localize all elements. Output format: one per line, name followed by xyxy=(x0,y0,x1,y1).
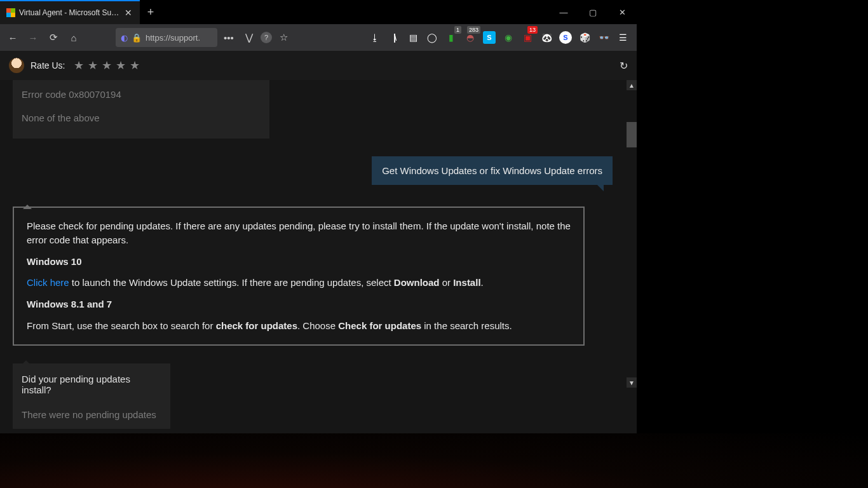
close-tab-icon[interactable]: ✕ xyxy=(123,8,133,18)
rating-stars[interactable]: ★★★★★ xyxy=(74,58,144,72)
back-icon[interactable]: ← xyxy=(4,29,22,46)
scroll-up-icon[interactable]: ▲ xyxy=(627,80,637,90)
desktop-background xyxy=(0,433,868,488)
ext-green-icon[interactable]: ▮1 xyxy=(445,31,458,44)
option-error-code[interactable]: Error code 0x80070194 xyxy=(13,83,269,106)
agent-response: Please check for pending updates. If the… xyxy=(13,207,585,346)
agent-text: Please check for pending updates. If the… xyxy=(27,219,571,247)
ext-grey-icon[interactable]: ◓283 xyxy=(464,31,477,44)
navbar: ← → ⟳ ⌂ ◐ 🔒 https://support. ••• ⋁ ? ☆ ⭳… xyxy=(0,24,637,51)
browser-tab[interactable]: Virtual Agent - Microsoft Supp… ✕ xyxy=(0,0,140,24)
forward-icon[interactable]: → xyxy=(24,29,42,46)
account-icon[interactable]: ◯ xyxy=(426,31,438,44)
url-text: https://support. xyxy=(146,33,200,43)
library-icon[interactable]: ||\ xyxy=(388,31,400,44)
followup-card: Did your pending updates install? There … xyxy=(13,363,170,429)
ext-dice-icon[interactable]: 🎲 xyxy=(578,31,591,44)
followup-question: Did your pending updates install? xyxy=(13,366,170,403)
lock-icon: 🔒 xyxy=(132,33,142,43)
maximize-icon[interactable]: ▢ xyxy=(578,0,607,24)
minimize-icon[interactable]: — xyxy=(549,0,578,24)
menu-icon[interactable]: ☰ xyxy=(616,31,629,44)
reload-icon[interactable]: ⟳ xyxy=(44,29,62,46)
shield-icon: ◐ xyxy=(121,33,128,43)
ext-glasses-icon[interactable]: 👓 xyxy=(597,31,610,44)
home-icon[interactable]: ⌂ xyxy=(65,29,83,46)
new-tab-button[interactable]: + xyxy=(140,0,161,24)
toolbar-extensions: ⭳ ||\ ▤ ◯ ▮1 ◓283 S ◉ ▣13 🐼 S 🎲 👓 ☰ xyxy=(369,31,629,44)
pocket-icon[interactable]: ⋁ xyxy=(240,29,258,46)
agent-text: Click here to launch the Windows Update … xyxy=(27,276,571,290)
option-none-above[interactable]: None of the above xyxy=(13,106,269,130)
scroll-down-icon[interactable]: ▼ xyxy=(627,377,637,388)
help-icon[interactable]: ? xyxy=(261,32,272,43)
bookmark-icon[interactable]: ☆ xyxy=(275,29,292,46)
followup-option-no-pending[interactable]: There were no pending updates xyxy=(13,403,170,426)
rate-label: Rate Us: xyxy=(31,60,65,71)
close-icon[interactable]: ✕ xyxy=(607,0,637,24)
ext-panda-icon[interactable]: 🐼 xyxy=(540,31,553,44)
heading-win10: Windows 10 xyxy=(27,255,571,269)
window-controls: — ▢ ✕ xyxy=(549,0,637,24)
agent-avatar-icon xyxy=(9,58,24,73)
previous-options-card: Error code 0x80070194 None of the above xyxy=(13,80,269,139)
tab-title: Virtual Agent - Microsoft Supp… xyxy=(19,8,119,17)
ext-green2-icon[interactable]: ◉ xyxy=(502,31,515,44)
restart-icon[interactable]: ↻ xyxy=(620,60,628,72)
skype-icon[interactable]: S xyxy=(483,31,496,44)
reader-icon[interactable]: ▤ xyxy=(407,31,419,44)
ext-red-icon[interactable]: ▣13 xyxy=(521,31,534,44)
agent-text: From Start, use the search box to search… xyxy=(27,319,571,333)
chat-viewport: ▲ ▼ Error code 0x80070194 None of the ab… xyxy=(0,80,637,433)
rate-bar: Rate Us: ★★★★★ ↻ xyxy=(0,51,637,80)
microsoft-icon xyxy=(6,8,15,17)
download-icon[interactable]: ⭳ xyxy=(369,31,381,44)
click-here-link[interactable]: Click here xyxy=(27,277,69,288)
heading-win81-7: Windows 8.1 and 7 xyxy=(27,297,571,311)
ext-s-icon[interactable]: S xyxy=(559,31,572,44)
user-message: Get Windows Updates or fix Windows Updat… xyxy=(372,156,613,185)
address-bar[interactable]: ◐ 🔒 https://support. xyxy=(116,28,217,47)
browser-window: Virtual Agent - Microsoft Supp… ✕ + — ▢ … xyxy=(0,0,637,433)
scrollbar-thumb[interactable] xyxy=(627,122,637,147)
more-icon[interactable]: ••• xyxy=(220,29,238,46)
titlebar: Virtual Agent - Microsoft Supp… ✕ + — ▢ … xyxy=(0,0,637,24)
